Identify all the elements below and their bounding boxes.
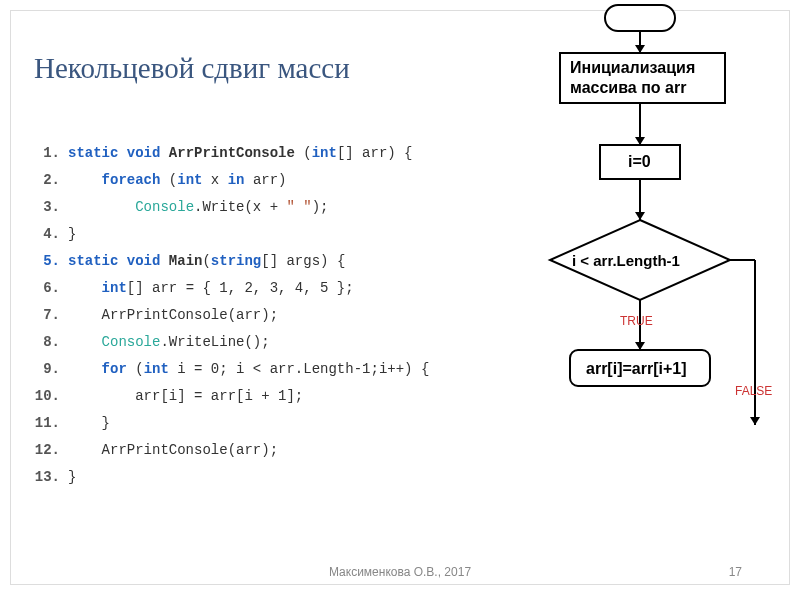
code-line: 8. Console.WriteLine(); bbox=[34, 329, 429, 356]
code-line: 1.static void ArrPrintConsole (int[] arr… bbox=[34, 140, 429, 167]
svg-marker-2 bbox=[635, 45, 645, 53]
flow-init-label2: массива по arr bbox=[570, 79, 686, 96]
flowchart: Инициализация массива по arr i=0 i < arr… bbox=[520, 0, 780, 555]
svg-rect-0 bbox=[605, 5, 675, 31]
code-line: 10. arr[i] = arr[i + 1]; bbox=[34, 383, 429, 410]
flow-false-label: FALSE bbox=[735, 384, 772, 398]
svg-marker-15 bbox=[750, 417, 760, 425]
code-line: 7. ArrPrintConsole(arr); bbox=[34, 302, 429, 329]
flow-assign: arr[i]=arr[i+1] bbox=[586, 360, 687, 377]
code-block: 1.static void ArrPrintConsole (int[] arr… bbox=[34, 140, 429, 491]
code-line: 12. ArrPrintConsole(arr); bbox=[34, 437, 429, 464]
code-line: 13.} bbox=[34, 464, 429, 491]
flow-init-label1: Инициализация bbox=[570, 59, 695, 76]
code-line: 4.} bbox=[34, 221, 429, 248]
svg-marker-8 bbox=[635, 212, 645, 220]
code-line: 6. int[] arr = { 1, 2, 3, 4, 5 }; bbox=[34, 275, 429, 302]
code-line: 5.static void Main(string[] args) { bbox=[34, 248, 429, 275]
slide-title: Некольцевой сдвиг масси bbox=[34, 52, 350, 85]
footer-page-number: 17 bbox=[729, 565, 742, 579]
flow-true-label: TRUE bbox=[620, 314, 653, 328]
svg-marker-5 bbox=[635, 137, 645, 145]
flow-condition: i < arr.Length-1 bbox=[572, 252, 680, 269]
code-line: 3. Console.Write(x + " "); bbox=[34, 194, 429, 221]
svg-marker-11 bbox=[635, 342, 645, 350]
code-line: 9. for (int i = 0; i < arr.Length-1;i++)… bbox=[34, 356, 429, 383]
flow-init-i: i=0 bbox=[628, 153, 651, 170]
code-line: 2. foreach (int x in arr) bbox=[34, 167, 429, 194]
footer-attribution: Максименкова О.В., 2017 bbox=[329, 565, 471, 579]
code-line: 11. } bbox=[34, 410, 429, 437]
